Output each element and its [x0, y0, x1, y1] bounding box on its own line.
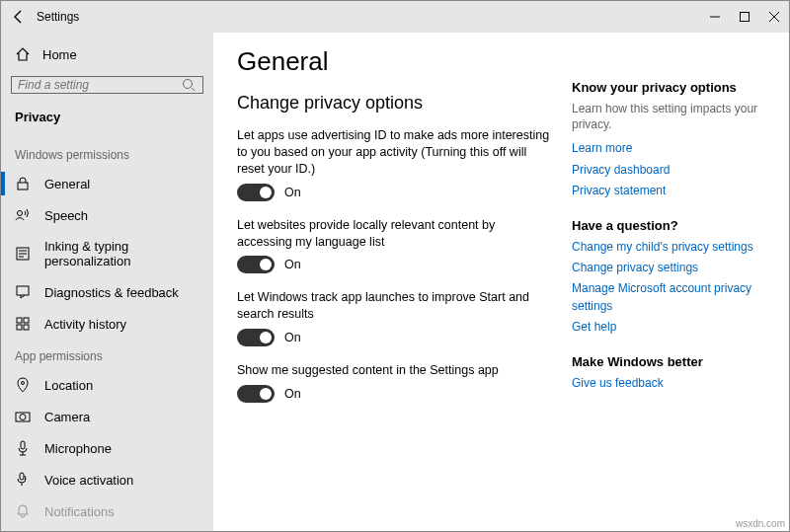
- watermark: wsxdn.com: [736, 518, 785, 529]
- link-learn-more[interactable]: Learn more: [572, 140, 769, 157]
- option-advertising-id: Let apps use advertising ID to make ads …: [237, 127, 552, 201]
- option-desc: Show me suggested content in the Setting…: [237, 362, 552, 379]
- sidebar-item-label: Microphone: [44, 441, 112, 456]
- group-app-permissions-label: App permissions: [9, 340, 205, 369]
- svg-point-1: [184, 80, 193, 89]
- sidebar-item-label: Inking & typing personalization: [44, 239, 199, 268]
- search-icon: [181, 77, 197, 93]
- sidebar-item-camera[interactable]: Camera: [9, 401, 205, 432]
- help-heading: Have a question?: [572, 218, 769, 233]
- sidebar-item-notifications[interactable]: Notifications: [9, 495, 205, 527]
- sidebar-item-label: Notifications: [44, 504, 115, 519]
- home-icon: [15, 46, 31, 62]
- help-text: Learn how this setting impacts your priv…: [572, 101, 769, 132]
- minimize-icon: [710, 12, 720, 22]
- activity-icon: [15, 316, 31, 332]
- link-change-privacy[interactable]: Change privacy settings: [572, 260, 769, 276]
- close-icon: [769, 12, 779, 22]
- sidebar-item-label: Voice activation: [44, 473, 133, 488]
- help-panel: Know your privacy options Learn how this…: [572, 42, 769, 531]
- voice-icon: [15, 472, 31, 488]
- svg-rect-5: [17, 286, 29, 295]
- microphone-icon: [15, 440, 31, 456]
- toggle-state: On: [284, 331, 301, 344]
- location-icon: [15, 377, 31, 393]
- window-title: Settings: [37, 10, 79, 24]
- search-box[interactable]: [11, 76, 203, 94]
- toggle-state: On: [284, 387, 301, 401]
- sidebar-item-activity[interactable]: Activity history: [9, 308, 205, 340]
- toggle-suggested-content[interactable]: [237, 385, 275, 403]
- section-heading: Change privacy options: [237, 93, 552, 114]
- arrow-left-icon: [11, 9, 27, 25]
- lock-icon: [15, 176, 31, 191]
- sidebar: Home Privacy Windows permissions General…: [1, 33, 213, 531]
- svg-point-10: [22, 382, 25, 385]
- feedback-icon: [15, 284, 31, 300]
- inking-icon: [15, 246, 31, 262]
- svg-rect-0: [741, 13, 750, 22]
- option-desc: Let websites provide locally relevant co…: [237, 217, 552, 251]
- speech-icon: [15, 207, 31, 223]
- group-windows-permissions-label: Windows permissions: [9, 138, 205, 168]
- page-heading: General: [237, 46, 552, 77]
- maximize-button[interactable]: [730, 1, 759, 33]
- help-heading: Know your privacy options: [572, 80, 769, 95]
- sidebar-item-diagnostics[interactable]: Diagnostics & feedback: [9, 276, 205, 308]
- bell-icon: [15, 503, 31, 519]
- link-privacy-statement[interactable]: Privacy statement: [572, 183, 769, 199]
- back-button[interactable]: [11, 9, 27, 25]
- svg-rect-2: [18, 183, 28, 190]
- home-label: Home: [42, 47, 77, 62]
- svg-rect-7: [24, 318, 29, 323]
- main-content: General Change privacy options Let apps …: [237, 42, 572, 531]
- toggle-track-app-launches[interactable]: [237, 329, 275, 346]
- svg-rect-8: [17, 325, 22, 330]
- option-language-list: Let websites provide locally relevant co…: [237, 217, 552, 274]
- sidebar-item-microphone[interactable]: Microphone: [9, 432, 205, 464]
- sidebar-item-label: Location: [44, 378, 93, 393]
- svg-rect-6: [17, 318, 22, 323]
- maximize-icon: [740, 12, 750, 22]
- option-track-app-launches: Let Windows track app launches to improv…: [237, 289, 552, 346]
- svg-rect-14: [20, 473, 24, 480]
- minimize-button[interactable]: [700, 1, 730, 33]
- svg-rect-13: [21, 441, 25, 449]
- sidebar-item-label: Activity history: [44, 317, 126, 332]
- link-get-help[interactable]: Get help: [572, 319, 769, 336]
- sidebar-item-location[interactable]: Location: [9, 369, 205, 401]
- sidebar-item-label: Speech: [44, 208, 88, 223]
- sidebar-item-general[interactable]: General: [9, 168, 205, 199]
- camera-icon: [15, 409, 31, 424]
- svg-rect-9: [24, 325, 29, 330]
- toggle-state: On: [284, 186, 301, 199]
- close-button[interactable]: [759, 1, 789, 33]
- sidebar-item-label: General: [44, 177, 90, 191]
- svg-point-3: [18, 211, 23, 216]
- toggle-advertising-id[interactable]: [237, 184, 275, 201]
- home-button[interactable]: Home: [9, 40, 205, 74]
- sidebar-item-inking[interactable]: Inking & typing personalization: [9, 231, 205, 276]
- sidebar-item-label: Diagnostics & feedback: [44, 285, 179, 300]
- link-child-privacy[interactable]: Change my child's privacy settings: [572, 239, 769, 256]
- titlebar: Settings: [1, 1, 789, 33]
- help-heading: Make Windows better: [572, 354, 769, 369]
- toggle-language-list[interactable]: [237, 256, 275, 273]
- option-desc: Let Windows track app launches to improv…: [237, 289, 552, 323]
- link-privacy-dashboard[interactable]: Privacy dashboard: [572, 162, 769, 179]
- sidebar-item-voice-activation[interactable]: Voice activation: [9, 464, 205, 495]
- link-feedback[interactable]: Give us feedback: [572, 375, 769, 392]
- svg-point-12: [20, 415, 26, 420]
- option-suggested-content: Show me suggested content in the Setting…: [237, 362, 552, 403]
- search-input[interactable]: [18, 78, 181, 92]
- option-desc: Let apps use advertising ID to make ads …: [237, 127, 552, 178]
- breadcrumb: Privacy: [9, 106, 205, 138]
- link-manage-account[interactable]: Manage Microsoft account privacy setting…: [572, 280, 769, 315]
- sidebar-item-label: Camera: [44, 410, 90, 424]
- toggle-state: On: [284, 258, 301, 271]
- sidebar-item-speech[interactable]: Speech: [9, 199, 205, 231]
